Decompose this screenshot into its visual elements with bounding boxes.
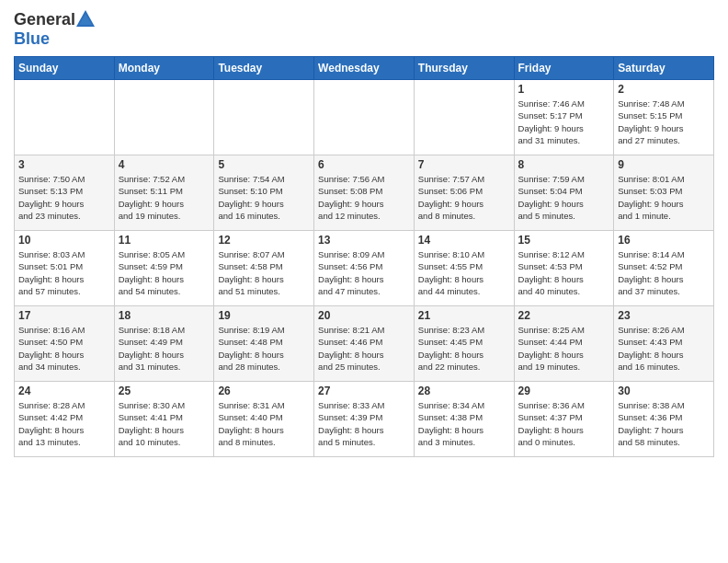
day-number: 24 [18,385,110,397]
weekday-header-thursday: Thursday [414,57,514,80]
day-number: 5 [218,158,310,171]
weekday-header-saturday: Saturday [614,57,714,80]
day-number: 29 [518,385,610,397]
day-number: 13 [318,234,410,247]
calendar-cell: 8Sunrise: 7:59 AM Sunset: 5:04 PM Daylig… [514,155,614,231]
day-number: 14 [418,234,510,247]
weekday-header-friday: Friday [514,57,614,80]
day-number: 9 [618,158,710,171]
calendar-cell [414,80,514,155]
day-info: Sunrise: 7:50 AM Sunset: 5:13 PM Dayligh… [18,173,110,222]
day-info: Sunrise: 8:30 AM Sunset: 4:41 PM Dayligh… [119,399,210,448]
calendar-cell: 17Sunrise: 8:16 AM Sunset: 4:50 PM Dayli… [15,306,115,382]
day-number: 16 [618,234,710,247]
calendar-cell: 3Sunrise: 7:50 AM Sunset: 5:13 PM Daylig… [15,155,115,231]
day-number: 28 [418,385,510,397]
day-info: Sunrise: 8:23 AM Sunset: 4:45 PM Dayligh… [418,324,510,373]
day-number: 20 [318,309,410,322]
day-info: Sunrise: 8:18 AM Sunset: 4:49 PM Dayligh… [119,324,210,373]
calendar-cell: 10Sunrise: 8:03 AM Sunset: 5:01 PM Dayli… [15,231,115,306]
day-info: Sunrise: 8:33 AM Sunset: 4:39 PM Dayligh… [318,399,410,448]
weekday-header-wednesday: Wednesday [314,57,415,80]
day-info: Sunrise: 8:26 AM Sunset: 4:43 PM Dayligh… [618,324,710,373]
calendar-cell: 25Sunrise: 8:30 AM Sunset: 4:41 PM Dayli… [114,382,214,457]
day-number: 30 [618,385,710,397]
day-number: 8 [518,158,610,171]
calendar-cell: 20Sunrise: 8:21 AM Sunset: 4:46 PM Dayli… [314,306,415,382]
day-number: 15 [518,234,610,247]
day-info: Sunrise: 8:14 AM Sunset: 4:52 PM Dayligh… [618,248,710,297]
day-number: 27 [318,385,410,397]
page-container: General Blue SundayMondayTuesdayWednesda… [0,0,728,462]
logo-general-text: General [14,10,75,29]
calendar-cell: 9Sunrise: 8:01 AM Sunset: 5:03 PM Daylig… [614,155,714,231]
calendar-cell: 16Sunrise: 8:14 AM Sunset: 4:52 PM Dayli… [614,231,714,306]
day-info: Sunrise: 8:16 AM Sunset: 4:50 PM Dayligh… [18,324,110,373]
day-number: 19 [218,309,310,322]
calendar-cell: 4Sunrise: 7:52 AM Sunset: 5:11 PM Daylig… [114,155,214,231]
day-info: Sunrise: 8:19 AM Sunset: 4:48 PM Dayligh… [218,324,310,373]
day-info: Sunrise: 8:25 AM Sunset: 4:44 PM Dayligh… [518,324,610,373]
calendar-cell [314,80,415,155]
calendar-week-2: 3Sunrise: 7:50 AM Sunset: 5:13 PM Daylig… [15,155,714,231]
calendar-cell: 7Sunrise: 7:57 AM Sunset: 5:06 PM Daylig… [414,155,514,231]
day-info: Sunrise: 7:59 AM Sunset: 5:04 PM Dayligh… [518,173,610,222]
calendar-cell: 21Sunrise: 8:23 AM Sunset: 4:45 PM Dayli… [414,306,514,382]
calendar-table: SundayMondayTuesdayWednesdayThursdayFrid… [14,56,714,457]
day-number: 22 [518,309,610,322]
logo-icon [75,9,96,29]
calendar-cell: 6Sunrise: 7:56 AM Sunset: 5:08 PM Daylig… [314,155,415,231]
calendar-cell: 1Sunrise: 7:46 AM Sunset: 5:17 PM Daylig… [514,80,614,155]
calendar-cell: 13Sunrise: 8:09 AM Sunset: 4:56 PM Dayli… [314,231,415,306]
day-number: 17 [18,309,110,322]
day-info: Sunrise: 8:12 AM Sunset: 4:53 PM Dayligh… [518,248,610,297]
calendar-week-3: 10Sunrise: 8:03 AM Sunset: 5:01 PM Dayli… [15,231,714,306]
day-info: Sunrise: 7:56 AM Sunset: 5:08 PM Dayligh… [318,173,410,222]
calendar-cell [214,80,314,155]
day-number: 7 [418,158,510,171]
calendar-cell: 18Sunrise: 8:18 AM Sunset: 4:49 PM Dayli… [114,306,214,382]
day-info: Sunrise: 7:57 AM Sunset: 5:06 PM Dayligh… [418,173,510,222]
day-info: Sunrise: 8:31 AM Sunset: 4:40 PM Dayligh… [218,399,310,448]
calendar-cell: 29Sunrise: 8:36 AM Sunset: 4:37 PM Dayli… [514,382,614,457]
day-number: 23 [618,309,710,322]
day-info: Sunrise: 8:21 AM Sunset: 4:46 PM Dayligh… [318,324,410,373]
calendar-cell: 22Sunrise: 8:25 AM Sunset: 4:44 PM Dayli… [514,306,614,382]
calendar-cell: 28Sunrise: 8:34 AM Sunset: 4:38 PM Dayli… [414,382,514,457]
calendar-cell: 5Sunrise: 7:54 AM Sunset: 5:10 PM Daylig… [214,155,314,231]
logo-blue-text: Blue [14,29,96,49]
weekday-header-tuesday: Tuesday [214,57,314,80]
day-number: 18 [119,309,210,322]
calendar-week-1: 1Sunrise: 7:46 AM Sunset: 5:17 PM Daylig… [15,80,714,155]
calendar-cell: 12Sunrise: 8:07 AM Sunset: 4:58 PM Dayli… [214,231,314,306]
day-number: 2 [618,83,710,96]
calendar-cell: 11Sunrise: 8:05 AM Sunset: 4:59 PM Dayli… [114,231,214,306]
day-number: 12 [218,234,310,247]
day-number: 6 [318,158,410,171]
calendar-cell: 23Sunrise: 8:26 AM Sunset: 4:43 PM Dayli… [614,306,714,382]
day-info: Sunrise: 8:38 AM Sunset: 4:36 PM Dayligh… [618,399,710,448]
day-info: Sunrise: 8:28 AM Sunset: 4:42 PM Dayligh… [18,399,110,448]
calendar-cell: 2Sunrise: 7:48 AM Sunset: 5:15 PM Daylig… [614,80,714,155]
calendar-cell: 27Sunrise: 8:33 AM Sunset: 4:39 PM Dayli… [314,382,415,457]
calendar-cell [114,80,214,155]
weekday-header-monday: Monday [114,57,214,80]
logo: General Blue [14,9,96,49]
day-info: Sunrise: 8:10 AM Sunset: 4:55 PM Dayligh… [418,248,510,297]
day-number: 25 [119,385,210,397]
day-info: Sunrise: 7:46 AM Sunset: 5:17 PM Dayligh… [518,98,610,146]
calendar-cell: 14Sunrise: 8:10 AM Sunset: 4:55 PM Dayli… [414,231,514,306]
day-info: Sunrise: 7:52 AM Sunset: 5:11 PM Dayligh… [119,173,210,222]
day-info: Sunrise: 8:01 AM Sunset: 5:03 PM Dayligh… [618,173,710,222]
day-info: Sunrise: 8:07 AM Sunset: 4:58 PM Dayligh… [218,248,310,297]
calendar-cell: 26Sunrise: 8:31 AM Sunset: 4:40 PM Dayli… [214,382,314,457]
day-number: 1 [518,83,610,96]
calendar-cell: 15Sunrise: 8:12 AM Sunset: 4:53 PM Dayli… [514,231,614,306]
weekday-header-sunday: Sunday [15,57,115,80]
day-number: 3 [18,158,110,171]
day-info: Sunrise: 8:09 AM Sunset: 4:56 PM Dayligh… [318,248,410,297]
day-number: 11 [119,234,210,247]
day-info: Sunrise: 7:54 AM Sunset: 5:10 PM Dayligh… [218,173,310,222]
calendar-cell: 30Sunrise: 8:38 AM Sunset: 4:36 PM Dayli… [614,382,714,457]
calendar-cell: 24Sunrise: 8:28 AM Sunset: 4:42 PM Dayli… [15,382,115,457]
